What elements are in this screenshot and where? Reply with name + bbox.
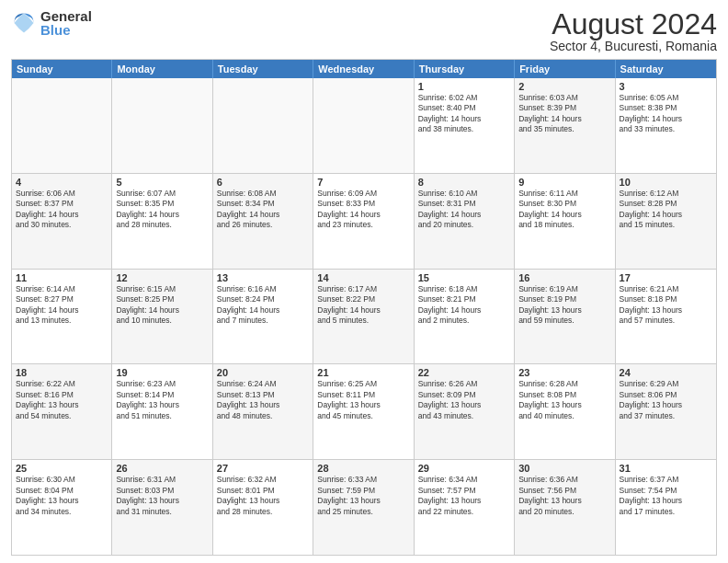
calendar: Sunday Monday Tuesday Wednesday Thursday…	[11, 59, 717, 556]
cell-2-info: Sunrise: 6:03 AM Sunset: 8:39 PM Dayligh…	[518, 93, 610, 135]
cell-aug-28: 28 Sunrise: 6:33 AM Sunset: 7:59 PM Dayl…	[313, 460, 414, 555]
cell-aug-27: 27 Sunrise: 6:32 AM Sunset: 8:01 PM Dayl…	[213, 460, 313, 555]
cell-aug-7: 7 Sunrise: 6:09 AM Sunset: 8:33 PM Dayli…	[313, 174, 414, 269]
day-number-2: 2	[518, 81, 610, 92]
cell-empty-3	[213, 78, 313, 173]
calendar-body: 1 Sunrise: 6:02 AM Sunset: 8:40 PM Dayli…	[12, 78, 716, 555]
cell-empty-1	[12, 78, 112, 173]
cell-aug-2: 2 Sunrise: 6:03 AM Sunset: 8:39 PM Dayli…	[515, 78, 615, 173]
header-monday: Monday	[112, 60, 212, 78]
cell-3-info: Sunrise: 6:05 AM Sunset: 8:38 PM Dayligh…	[620, 93, 712, 135]
cell-aug-18: 18 Sunrise: 6:22 AM Sunset: 8:16 PM Dayl…	[12, 364, 112, 459]
week-row-3: 11 Sunrise: 6:14 AM Sunset: 8:27 PM Dayl…	[12, 269, 716, 364]
week-row-5: 25 Sunrise: 6:30 AM Sunset: 8:04 PM Dayl…	[12, 459, 716, 555]
cell-empty-2	[112, 78, 212, 173]
cell-aug-17: 17 Sunrise: 6:21 AM Sunset: 8:18 PM Dayl…	[616, 270, 716, 364]
cell-aug-29: 29 Sunrise: 6:34 AM Sunset: 7:57 PM Dayl…	[415, 460, 515, 555]
cell-empty-4	[313, 78, 414, 173]
cell-aug-22: 22 Sunrise: 6:26 AM Sunset: 8:09 PM Dayl…	[415, 364, 515, 459]
cell-aug-1: 1 Sunrise: 6:02 AM Sunset: 8:40 PM Dayli…	[415, 78, 515, 173]
cell-aug-11: 11 Sunrise: 6:14 AM Sunset: 8:27 PM Dayl…	[12, 270, 112, 364]
header-tuesday: Tuesday	[213, 60, 313, 78]
cell-aug-16: 16 Sunrise: 6:19 AM Sunset: 8:19 PM Dayl…	[515, 270, 615, 364]
logo-text: General Blue	[40, 9, 92, 37]
cell-aug-12: 12 Sunrise: 6:15 AM Sunset: 8:25 PM Dayl…	[112, 270, 212, 364]
week-row-1: 1 Sunrise: 6:02 AM Sunset: 8:40 PM Dayli…	[12, 78, 716, 173]
logo-general-text: General	[40, 9, 92, 23]
cell-aug-5: 5 Sunrise: 6:07 AM Sunset: 8:35 PM Dayli…	[112, 174, 212, 269]
calendar-header: Sunday Monday Tuesday Wednesday Thursday…	[12, 60, 716, 78]
header-saturday: Saturday	[616, 60, 716, 78]
cell-aug-6: 6 Sunrise: 6:08 AM Sunset: 8:34 PM Dayli…	[213, 174, 313, 269]
day-number-1: 1	[418, 81, 510, 92]
cell-1-info: Sunrise: 6:02 AM Sunset: 8:40 PM Dayligh…	[418, 93, 510, 135]
logo: General Blue	[11, 9, 92, 37]
cell-aug-13: 13 Sunrise: 6:16 AM Sunset: 8:24 PM Dayl…	[213, 270, 313, 364]
cell-aug-26: 26 Sunrise: 6:31 AM Sunset: 8:03 PM Dayl…	[112, 460, 212, 555]
title-block: August 2024 Sector 4, Bucuresti, Romania	[550, 9, 717, 53]
cell-aug-23: 23 Sunrise: 6:28 AM Sunset: 8:08 PM Dayl…	[515, 364, 615, 459]
cell-aug-20: 20 Sunrise: 6:24 AM Sunset: 8:13 PM Dayl…	[213, 364, 313, 459]
cell-aug-10: 10 Sunrise: 6:12 AM Sunset: 8:28 PM Dayl…	[616, 174, 716, 269]
cell-aug-19: 19 Sunrise: 6:23 AM Sunset: 8:14 PM Dayl…	[112, 364, 212, 459]
week-row-2: 4 Sunrise: 6:06 AM Sunset: 8:37 PM Dayli…	[12, 173, 716, 269]
cell-aug-24: 24 Sunrise: 6:29 AM Sunset: 8:06 PM Dayl…	[616, 364, 716, 459]
header-friday: Friday	[515, 60, 615, 78]
header-sunday: Sunday	[12, 60, 112, 78]
calendar-subtitle: Sector 4, Bucuresti, Romania	[550, 39, 717, 53]
logo-icon	[11, 10, 37, 36]
logo-blue-text: Blue	[40, 23, 92, 37]
cell-aug-9: 9 Sunrise: 6:11 AM Sunset: 8:30 PM Dayli…	[515, 174, 615, 269]
cell-aug-14: 14 Sunrise: 6:17 AM Sunset: 8:22 PM Dayl…	[313, 270, 414, 364]
cell-aug-4: 4 Sunrise: 6:06 AM Sunset: 8:37 PM Dayli…	[12, 174, 112, 269]
header: General Blue August 2024 Sector 4, Bucur…	[11, 9, 717, 53]
cell-aug-25: 25 Sunrise: 6:30 AM Sunset: 8:04 PM Dayl…	[12, 460, 112, 555]
cell-aug-30: 30 Sunrise: 6:36 AM Sunset: 7:56 PM Dayl…	[515, 460, 615, 555]
cell-aug-31: 31 Sunrise: 6:37 AM Sunset: 7:54 PM Dayl…	[616, 460, 716, 555]
cell-aug-21: 21 Sunrise: 6:25 AM Sunset: 8:11 PM Dayl…	[313, 364, 414, 459]
header-thursday: Thursday	[415, 60, 515, 78]
calendar-title: August 2024	[550, 9, 717, 39]
header-wednesday: Wednesday	[313, 60, 414, 78]
cell-aug-15: 15 Sunrise: 6:18 AM Sunset: 8:21 PM Dayl…	[415, 270, 515, 364]
cell-aug-8: 8 Sunrise: 6:10 AM Sunset: 8:31 PM Dayli…	[415, 174, 515, 269]
week-row-4: 18 Sunrise: 6:22 AM Sunset: 8:16 PM Dayl…	[12, 363, 716, 459]
day-number-3: 3	[620, 81, 712, 92]
page: General Blue August 2024 Sector 4, Bucur…	[0, 0, 728, 563]
cell-aug-3: 3 Sunrise: 6:05 AM Sunset: 8:38 PM Dayli…	[616, 78, 716, 173]
